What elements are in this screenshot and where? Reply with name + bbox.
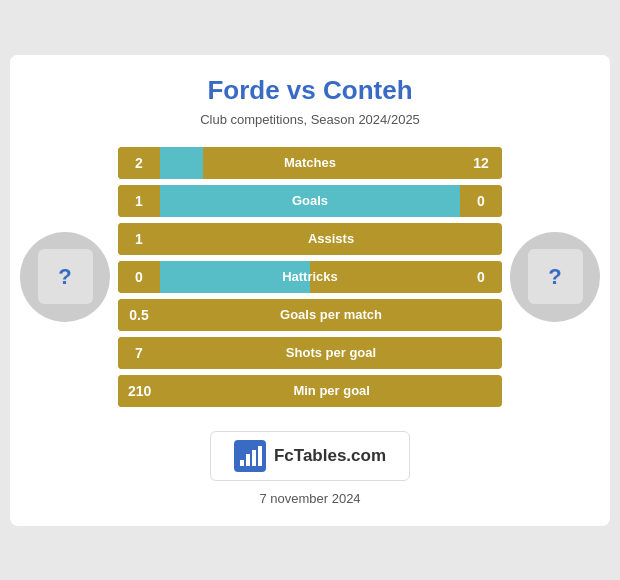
svg-rect-4 — [258, 446, 262, 466]
stat-fill-matches — [160, 147, 203, 179]
stat-label-shots-per-goal: Shots per goal — [286, 345, 376, 360]
match-title: Forde vs Conteh — [20, 75, 600, 106]
brand-icon — [234, 440, 266, 472]
stat-row-goals-per-match: 0.5Goals per match — [118, 299, 502, 331]
date-footer: 7 november 2024 — [10, 491, 610, 506]
stat-left-matches: 2 — [118, 147, 160, 179]
card-header: Forde vs Conteh Club competitions, Seaso… — [10, 55, 610, 137]
svg-rect-3 — [252, 450, 256, 466]
brand-text: FcTables.com — [274, 446, 386, 466]
stat-left-goals-per-match: 0.5 — [118, 299, 160, 331]
stat-label-goals-per-match: Goals per match — [280, 307, 382, 322]
stat-right-hattricks: 0 — [460, 261, 502, 293]
left-avatar-placeholder: ? — [38, 249, 93, 304]
stat-label-hattricks: Hattricks — [282, 269, 338, 284]
stat-row-assists: 1Assists — [118, 223, 502, 255]
comparison-card: Forde vs Conteh Club competitions, Seaso… — [10, 55, 610, 526]
stat-right-goals: 0 — [460, 185, 502, 217]
svg-rect-1 — [240, 460, 244, 466]
stat-right-matches: 12 — [460, 147, 502, 179]
stat-bar-shots-per-goal: Shots per goal — [160, 337, 502, 369]
brand-logo: FcTables.com — [210, 431, 410, 481]
stats-section: 2Matches121Goals01Assists0Hattricks00.5G… — [118, 147, 502, 407]
svg-rect-2 — [246, 454, 250, 466]
stat-row-hattricks: 0Hattricks0 — [118, 261, 502, 293]
stat-row-matches: 2Matches12 — [118, 147, 502, 179]
stat-label-goals: Goals — [292, 193, 328, 208]
stat-bar-hattricks: Hattricks — [160, 261, 460, 293]
stat-label-matches: Matches — [284, 155, 336, 170]
stat-bar-goals-per-match: Goals per match — [160, 299, 502, 331]
left-avatar: ? — [20, 232, 110, 322]
stat-row-min-per-goal: 210Min per goal — [118, 375, 502, 407]
main-content: ? 2Matches121Goals01Assists0Hattricks00.… — [10, 137, 610, 417]
stat-left-assists: 1 — [118, 223, 160, 255]
stat-bar-min-per-goal: Min per goal — [161, 375, 502, 407]
stat-label-min-per-goal: Min per goal — [293, 383, 370, 398]
stat-bar-goals: Goals — [160, 185, 460, 217]
stat-left-goals: 1 — [118, 185, 160, 217]
stat-left-shots-per-goal: 7 — [118, 337, 160, 369]
stat-left-hattricks: 0 — [118, 261, 160, 293]
stat-left-min-per-goal: 210 — [118, 375, 161, 407]
stat-row-shots-per-goal: 7Shots per goal — [118, 337, 502, 369]
stat-bar-matches: Matches — [160, 147, 460, 179]
right-avatar-placeholder: ? — [528, 249, 583, 304]
match-subtitle: Club competitions, Season 2024/2025 — [20, 112, 600, 127]
stat-bar-assists: Assists — [160, 223, 502, 255]
stat-row-goals: 1Goals0 — [118, 185, 502, 217]
stat-label-assists: Assists — [308, 231, 354, 246]
right-avatar: ? — [510, 232, 600, 322]
